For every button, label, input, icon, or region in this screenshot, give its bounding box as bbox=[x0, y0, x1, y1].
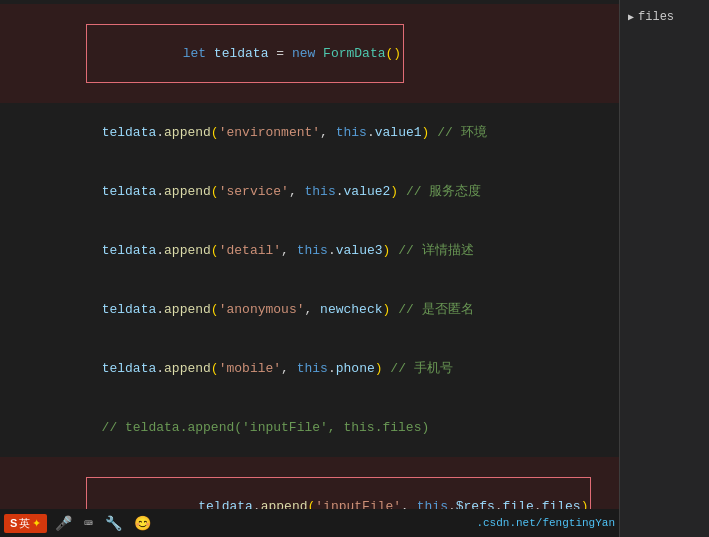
sidebar: ▶ files bbox=[619, 0, 709, 537]
code-line: teldata.append('service', this.value2) /… bbox=[0, 162, 619, 221]
tools-icon[interactable]: 🔧 bbox=[101, 513, 126, 534]
sidebar-item-files[interactable]: ▶ files bbox=[620, 6, 709, 28]
code-editor: let teldata = new FormData() teldata.app… bbox=[0, 0, 619, 537]
microphone-icon[interactable]: 🎤 bbox=[51, 513, 76, 534]
code-line: // teldata.append('inputFile', this.file… bbox=[0, 398, 619, 457]
code-line: teldata.append('mobile', this.phone) // … bbox=[0, 339, 619, 398]
code-line: teldata.append('detail', this.value3) //… bbox=[0, 221, 619, 280]
keyboard-icon[interactable]: ⌨ bbox=[80, 513, 96, 534]
emoji-icon[interactable]: 😊 bbox=[130, 513, 155, 534]
sidebar-item-label: files bbox=[638, 10, 674, 24]
code-line: teldata.append('anonymous', newcheck) //… bbox=[0, 280, 619, 339]
arrow-icon: ▶ bbox=[628, 11, 634, 23]
code-line: teldata.append('environment', this.value… bbox=[0, 103, 619, 162]
lang-label: 英 bbox=[19, 516, 30, 531]
taskbar: S 英 ✦ 🎤 ⌨ 🔧 😊 .csdn.net/fengtingYan bbox=[0, 509, 619, 537]
sogou-input-btn[interactable]: S 英 ✦ bbox=[4, 514, 47, 533]
code-line: let teldata = new FormData() bbox=[0, 4, 619, 103]
website-link: .csdn.net/fengtingYan bbox=[476, 517, 615, 529]
